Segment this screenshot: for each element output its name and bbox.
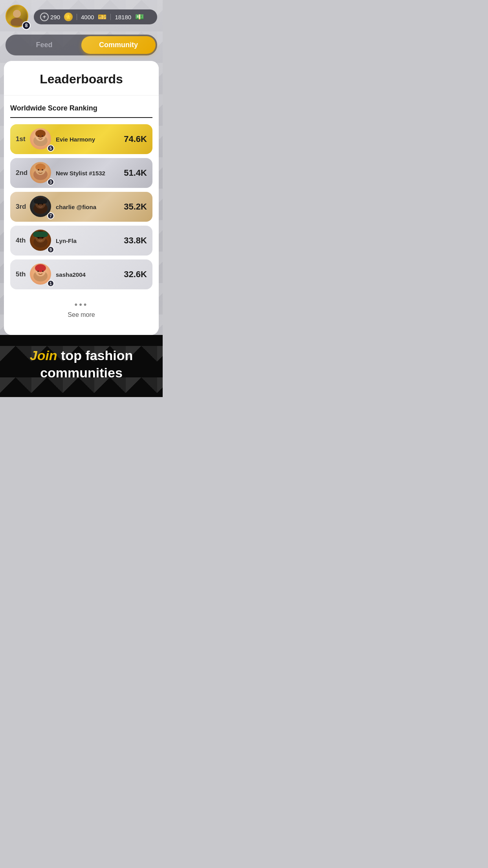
rank-name-2: New Stylist #1532 (56, 170, 124, 177)
rank-avatar-wrap-1: 5 (30, 128, 52, 150)
currency-bar: + 290 ⭐ 4000 🎫 18180 💵 (34, 9, 157, 24)
rank-name-4: Lyn-Fla (56, 237, 124, 244)
tab-feed[interactable]: Feed (7, 36, 81, 54)
add-icon: + (40, 13, 49, 21)
rank-name-3: charlie @fiona (56, 204, 124, 210)
see-more-label: See more (10, 311, 152, 318)
rank-name-1: Evie Harmony (56, 136, 124, 143)
rank-position-1: 1st (16, 135, 30, 143)
ticket-icon: 🎫 (98, 13, 106, 21)
avatar-level-badge: 8 (22, 21, 31, 30)
rank-score-4: 33.8K (124, 235, 147, 246)
see-more-dots: ••• (10, 300, 152, 310)
leaderboards-title: Leaderboards (12, 72, 151, 86)
header: 8 + 290 ⭐ 4000 🎫 18180 💵 (0, 0, 163, 32)
svg-rect-24 (33, 232, 48, 237)
svg-point-5 (35, 130, 46, 138)
svg-point-22 (38, 237, 39, 239)
table-row[interactable]: 3rd 7 charl (10, 192, 152, 222)
table-row[interactable]: 1st 5 Evie Harmony (10, 124, 152, 154)
svg-point-11 (38, 169, 39, 171)
rank-score-1: 74.6K (124, 134, 147, 144)
svg-point-23 (42, 237, 43, 239)
svg-point-27 (35, 264, 46, 272)
bottom-banner: Join top fashion communities (0, 335, 163, 397)
see-more-section[interactable]: ••• See more (10, 293, 152, 326)
banner-text: Join top fashion communities (8, 347, 155, 381)
svg-rect-18 (34, 199, 47, 204)
rank-avatar-wrap-2: 3 (30, 162, 52, 184)
svg-point-1 (11, 18, 23, 26)
svg-point-28 (37, 270, 39, 272)
table-row[interactable]: 5th 1 sasha2004 32 (10, 259, 152, 289)
rank-score-2: 51.4K (124, 168, 147, 178)
rank-badge-num-5: 1 (47, 280, 54, 287)
svg-point-29 (42, 270, 44, 272)
rank-badge-num-3: 7 (47, 212, 54, 219)
rank-badge-num-4: 9 (47, 246, 54, 253)
rank-badge-num-2: 3 (47, 178, 54, 186)
table-row[interactable]: 2nd 3 New Stylist #1532 (10, 158, 152, 188)
coin-icon: ⭐ (64, 13, 73, 21)
rank-position-2: 2nd (16, 169, 30, 177)
tab-bar: Feed Community (6, 35, 157, 55)
ranking-divider (10, 117, 152, 118)
add-currency-button[interactable]: + 290 (40, 13, 60, 21)
rank-badge-num-1: 5 (47, 145, 54, 152)
user-avatar-container[interactable]: 8 (6, 5, 30, 29)
tab-community[interactable]: Community (81, 36, 156, 54)
cash-value: 18180 (115, 14, 131, 20)
coins-value: 290 (50, 14, 60, 20)
rank-position-3: 3rd (16, 203, 30, 211)
svg-point-12 (42, 169, 43, 171)
table-row[interactable]: 4th 9 Lyn-F (10, 226, 152, 256)
cash-item: 18180 (115, 14, 131, 20)
rank-name-5: sasha2004 (56, 271, 124, 278)
rank-avatar-wrap-3: 7 (30, 196, 52, 218)
gems-item: 4000 (81, 14, 94, 20)
svg-point-7 (42, 135, 43, 137)
ranking-section-title: Worldwide Score Ranking (10, 104, 152, 112)
ranking-section: Worldwide Score Ranking 1st (4, 96, 159, 335)
svg-point-6 (38, 135, 39, 137)
rank-score-3: 35.2K (124, 202, 147, 212)
main-card: Leaderboards Worldwide Score Ranking 1st (4, 61, 159, 335)
cash-icon: 💵 (135, 13, 144, 21)
banner-join-text: Join (30, 348, 57, 363)
currency-divider-2 (110, 14, 111, 20)
svg-point-10 (35, 164, 46, 171)
rank-avatar-wrap-5: 1 (30, 263, 52, 285)
svg-point-2 (13, 10, 21, 18)
rank-position-5: 5th (16, 270, 30, 278)
rank-avatar-wrap-4: 9 (30, 230, 52, 252)
gems-value: 4000 (81, 14, 94, 20)
rank-score-5: 32.6K (124, 269, 147, 280)
rank-position-4: 4th (16, 237, 30, 245)
currency-divider (77, 14, 77, 20)
leaderboards-header: Leaderboards (4, 61, 159, 96)
